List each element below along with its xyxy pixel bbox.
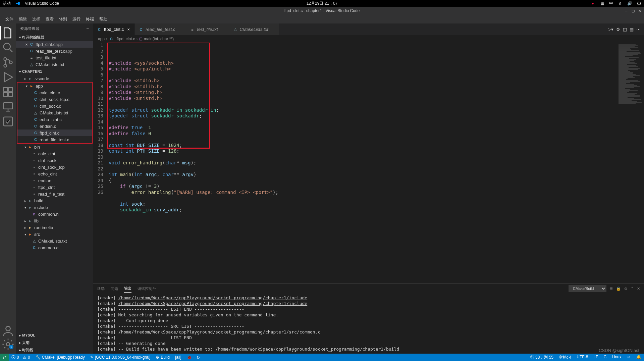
editor-tab[interactable]: ≡test_file.txt× [186, 23, 229, 35]
breadcrumb-item[interactable]: app [98, 37, 105, 41]
breadcrumb-item[interactable]: ftpd_clnt.c [117, 37, 135, 41]
tree-folder[interactable]: ▾▸include [16, 204, 93, 211]
os-network-icon[interactable]: ⋔ [618, 1, 623, 6]
status-bell-icon[interactable]: 🔔 [634, 355, 644, 359]
status-remote[interactable]: ⇄ [0, 354, 9, 361]
tree-folder[interactable]: ▸▸runtimelib [16, 224, 93, 231]
activity-account[interactable] [0, 324, 16, 338]
os-volume-icon[interactable]: 🔊 [627, 1, 632, 6]
os-record-icon[interactable]: ● [590, 1, 595, 6]
menu-0[interactable]: 文件 [3, 16, 16, 22]
panel-maximize-icon[interactable]: ⌃ [631, 287, 634, 291]
panel-tab[interactable]: 问题 [111, 285, 118, 293]
minimap[interactable] [617, 43, 644, 283]
panel-filter-icon[interactable]: ≣ [610, 287, 613, 291]
tree-file[interactable]: Ccalc_clnt.c [17, 89, 92, 96]
tree-folder[interactable]: ▸▸.vscode [16, 75, 93, 82]
code-editor[interactable]: 1234567891011121314151617181920212223242… [93, 43, 617, 283]
output-link[interactable]: /home/fredom/WorkSpace/cppPlayground/soc… [118, 301, 308, 306]
code-line[interactable] [109, 119, 617, 125]
code-line[interactable]: void error_handling(char* msg); [109, 160, 617, 166]
status-kit[interactable]: ✎[GCC 11.3.0 x86_64-linux-gnu] [88, 354, 153, 361]
window-close-button[interactable]: ✕ [637, 8, 643, 14]
tree-file[interactable]: hcommon.h [16, 211, 93, 217]
window-maximize-button[interactable]: ▢ [630, 8, 636, 14]
panel-tab[interactable]: 调试控制台 [138, 285, 156, 293]
code-line[interactable]: #include <stdlib.h> [109, 84, 617, 90]
menu-3[interactable]: 查看 [43, 16, 56, 22]
tree-file[interactable]: Ccommon.c [16, 244, 93, 251]
code-line[interactable] [109, 166, 617, 172]
os-tray-icon[interactable]: ▦ [600, 1, 604, 6]
sidebar-more-icon[interactable]: ⋯ [86, 27, 90, 31]
status-feedback-icon[interactable]: ☺ [624, 355, 634, 359]
sidebar-section[interactable]: ▸时间线 [16, 346, 93, 354]
activity-search[interactable] [0, 41, 16, 54]
menu-4[interactable]: 转到 [56, 16, 70, 22]
status-lang[interactable]: C [601, 355, 609, 359]
panel-close-icon[interactable]: ✕ [637, 287, 640, 291]
open-editors-header[interactable]: ▾ 打开的编辑器 [16, 34, 93, 41]
code-line[interactable] [109, 137, 617, 143]
menu-2[interactable]: 选择 [30, 16, 43, 22]
open-editor-item[interactable]: ≡test_file.txt [16, 54, 93, 61]
os-datetime[interactable]: 12月29日 21：07 [307, 1, 338, 6]
output-panel-body[interactable]: [cmake] /home/fredom/WorkSpace/cppPlaygr… [93, 294, 644, 354]
close-icon[interactable]: × [24, 42, 29, 47]
panel-tab[interactable]: 输出 [124, 285, 131, 293]
os-activity-label[interactable]: 活动 [3, 1, 11, 6]
panel-tab[interactable]: 终端 [97, 285, 105, 293]
project-header[interactable]: ▾ CHAPTER1 [16, 68, 93, 75]
breadcrumb[interactable]: app›Cftpd_clnt.c›⊡main(int, char **) [93, 35, 644, 43]
run-button-icon[interactable]: ▷▾ [608, 27, 613, 32]
panel-clear-icon[interactable]: ⊘ [624, 287, 627, 291]
tree-file[interactable]: Cendian.c [17, 123, 92, 130]
activity-extensions[interactable] [0, 85, 16, 99]
window-minimize-button[interactable]: ─ [623, 8, 629, 14]
open-editor-item[interactable]: Cread_file_test.c app [16, 48, 93, 54]
tree-file[interactable]: Cread_file_test.c [17, 136, 92, 143]
tree-file[interactable]: △CMakeLists.txt [17, 109, 92, 116]
code-line[interactable]: int main(int argc, char** argv) [109, 172, 617, 178]
activity-settings[interactable]: 1 [0, 338, 16, 351]
output-link[interactable]: /home/fredom/WorkSpace/cppPlayground/soc… [118, 329, 321, 334]
code-line[interactable]: const int PTH_SIZE = 128; [109, 148, 617, 154]
editor-tab[interactable]: Cread_file_test.c× [135, 23, 186, 35]
tree-file[interactable]: Cclnt_sock.c [17, 103, 92, 109]
code-line[interactable]: #include <unistd.h> [109, 96, 617, 102]
code-line[interactable] [109, 195, 617, 201]
tree-folder[interactable]: ▾▸bin [16, 144, 93, 150]
code-line[interactable]: #define false 0 [109, 131, 617, 137]
menu-1[interactable]: 编辑 [16, 16, 30, 22]
status-encoding[interactable]: UTF-8 [574, 355, 591, 359]
layout-icon[interactable]: ▤ [630, 27, 634, 32]
activity-explorer[interactable] [0, 26, 16, 40]
output-channel-select[interactable]: CMake/Build [569, 285, 606, 292]
more-icon[interactable]: ⋯ [636, 27, 641, 32]
tree-folder[interactable]: ▾▸src [16, 231, 93, 238]
code-line[interactable]: #define true 1 [109, 125, 617, 131]
code-line[interactable] [109, 154, 617, 160]
code-line[interactable]: { [109, 178, 617, 184]
status-errors[interactable]: ⓧ0 ⚠0 [9, 354, 33, 361]
close-icon[interactable]: × [126, 27, 131, 32]
code-line[interactable]: #include <sys/socket.h> [109, 60, 617, 66]
tree-file[interactable]: ▫endian [16, 177, 93, 184]
code-line[interactable]: typedef struct sockaddr sockaddr; [109, 113, 617, 119]
tree-file[interactable]: Cclnt_sock_tcp.c [17, 96, 92, 103]
code-line[interactable]: #include <arpa/inet.h> [109, 66, 617, 72]
activity-remote[interactable] [0, 100, 16, 113]
sidebar-section[interactable]: ▸MYSQL [16, 331, 93, 339]
tree-file[interactable]: ▫read_file_test [16, 191, 93, 197]
split-right-icon[interactable]: ◫ [623, 27, 627, 32]
status-spaces[interactable]: 空格: 4 [556, 355, 574, 360]
sidebar-section[interactable]: ▸大纲 [16, 339, 93, 346]
code-line[interactable] [109, 72, 617, 78]
activity-scm[interactable] [0, 56, 16, 69]
code-line[interactable]: const int BUF_SIZE = 1024; [109, 143, 617, 149]
code-line[interactable]: int sock; [109, 201, 617, 207]
status-build[interactable]: ⚙Build [153, 354, 172, 361]
menu-7[interactable]: 帮助 [97, 16, 110, 22]
breadcrumb-item[interactable]: main(int, char **) [144, 37, 174, 41]
tree-file[interactable]: ▫calc_clnt [16, 150, 93, 157]
